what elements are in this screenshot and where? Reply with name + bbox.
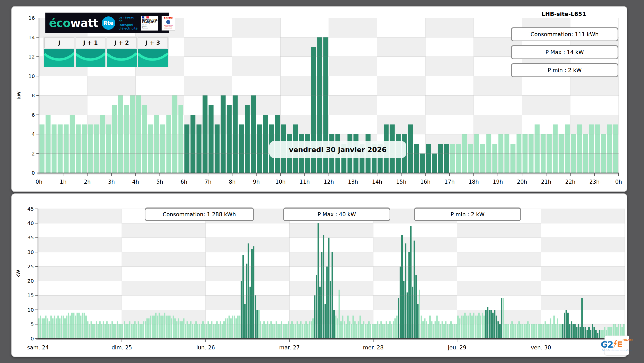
lightning-bolt-icon (613, 340, 617, 349)
svg-text:12h: 12h (324, 179, 334, 185)
ademe-sub-label: AGENCE DE LA TRANSITION ÉCOLOGIQUE (164, 25, 173, 29)
svg-text:2: 2 (32, 151, 35, 157)
ecowatt-dashboard: 02468101214160h1h2h3h4h5h6h7h8h9h10h11h1… (0, 0, 644, 363)
svg-text:1h: 1h (60, 179, 67, 185)
svg-text:10h: 10h (275, 179, 286, 185)
svg-text:2h: 2h (84, 179, 91, 185)
daily-consumption-stat: Consommation: 111 kWh (511, 27, 618, 41)
svg-text:22h: 22h (565, 179, 576, 185)
republique-francaise-label: RÉPUBLIQUE FRANÇAISE (142, 19, 157, 24)
svg-text:4: 4 (32, 131, 35, 137)
weekly-consumption-stat: Consommation: 1 288 kWh (145, 208, 254, 221)
svg-text:5: 5 (31, 321, 34, 327)
svg-text:15h: 15h (396, 179, 406, 185)
ecowatt-logo-watt: watt (70, 16, 98, 30)
tab-j3[interactable]: J + 3 (138, 37, 168, 66)
svg-text:kW: kW (15, 270, 21, 278)
ademe-globe-icon (166, 20, 170, 24)
g2e-logo-tagline: Optimisation des ressources énergétiques (602, 349, 632, 351)
svg-text:40: 40 (27, 220, 34, 226)
ademe-label: ADEME (164, 17, 173, 19)
svg-text:5h: 5h (156, 179, 163, 185)
republique-francaise-logo: RÉPUBLIQUE FRANÇAISE Liberté Égalité Fra… (141, 16, 158, 31)
ecowatt-banner: écowatt Rte Le réseau de transport d'éle… (45, 13, 169, 33)
daily-pmin-stat: P min : 2 kW (511, 63, 618, 77)
svg-text:10: 10 (27, 307, 34, 313)
g2e-france-logo[interactable]: G2 E FRANCE Optimisation des ressources … (605, 336, 629, 355)
svg-text:0h: 0h (615, 179, 622, 185)
svg-text:3h: 3h (108, 179, 115, 185)
ecowatt-green-signal-icon (76, 49, 106, 67)
svg-text:0: 0 (31, 336, 34, 342)
svg-text:9h: 9h (253, 179, 260, 185)
svg-text:sam. 24: sam. 24 (27, 345, 49, 351)
weekly-pmin-stat: P min : 2 kW (414, 208, 521, 221)
svg-text:10: 10 (28, 73, 35, 79)
republique-motto: Liberté Égalité Fraternité (142, 24, 157, 29)
current-date-label: vendredi 30 janvier 2026 (269, 141, 406, 158)
svg-text:30: 30 (27, 249, 34, 255)
svg-text:mar. 27: mar. 27 (279, 345, 300, 351)
rte-tagline: Le réseau de transport d'électricité (119, 16, 138, 31)
bottom-chart-panel: 051015202530354045sam. 24dim. 25lun. 26m… (11, 193, 627, 357)
tab-j2[interactable]: J + 2 (107, 37, 137, 66)
rte-logo-icon: Rte (102, 16, 115, 30)
svg-text:6h: 6h (181, 179, 187, 185)
svg-text:lun. 26: lun. 26 (196, 345, 215, 351)
svg-text:mer. 28: mer. 28 (363, 345, 383, 351)
weekly-pmax-stat: P Max : 40 kW (283, 208, 390, 221)
tab-j-label: J (44, 37, 74, 48)
svg-text:13h: 13h (348, 179, 358, 185)
svg-text:21h: 21h (541, 179, 551, 185)
svg-text:15: 15 (27, 292, 34, 298)
svg-text:23h: 23h (589, 179, 600, 185)
svg-text:17h: 17h (444, 179, 455, 185)
svg-text:18h: 18h (469, 179, 479, 185)
daily-pmax-stat: P Max : 14 kW (511, 45, 618, 59)
svg-text:ven. 30: ven. 30 (531, 345, 551, 351)
tab-j1[interactable]: J + 1 (76, 37, 106, 66)
g2e-logo-france: FRANCE (623, 339, 633, 341)
tab-j2-label: J + 2 (107, 37, 137, 48)
svg-text:12: 12 (28, 54, 35, 60)
french-flag-icon (142, 16, 149, 18)
site-title: LHB-site-L651 (511, 11, 617, 17)
svg-text:45: 45 (27, 206, 34, 212)
svg-text:dim. 25: dim. 25 (112, 345, 132, 351)
tab-j[interactable]: J (44, 37, 74, 66)
svg-text:0h: 0h (36, 179, 43, 185)
svg-text:35: 35 (27, 234, 34, 241)
ecowatt-green-signal-icon (44, 49, 74, 67)
svg-text:8h: 8h (229, 179, 236, 185)
svg-text:14: 14 (28, 34, 35, 41)
g2e-logo-g2: G2 (601, 340, 613, 349)
ecowatt-green-signal-icon (138, 49, 168, 67)
ecowatt-forecast-tabs: J J + 1 J + 2 J + 3 (43, 36, 169, 67)
svg-text:19h: 19h (493, 179, 503, 185)
svg-text:kW: kW (16, 91, 22, 100)
svg-text:4h: 4h (132, 179, 139, 185)
ademe-logo: ADEME AGENCE DE LA TRANSITION ÉCOLOGIQUE (162, 16, 175, 31)
svg-text:20: 20 (27, 278, 34, 284)
ecowatt-logo-eco: éco (49, 16, 70, 30)
svg-text:jeu. 29: jeu. 29 (448, 345, 466, 351)
svg-text:16h: 16h (420, 179, 431, 185)
svg-text:14h: 14h (372, 179, 382, 185)
top-chart-panel: 02468101214160h1h2h3h4h5h6h7h8h9h10h11h1… (11, 6, 627, 192)
tab-j3-label: J + 3 (138, 37, 168, 48)
g2e-logo-e: E (617, 340, 622, 349)
svg-text:11h: 11h (300, 179, 310, 185)
svg-text:7h: 7h (205, 179, 212, 185)
svg-text:8: 8 (32, 92, 35, 99)
svg-text:6: 6 (32, 112, 35, 118)
svg-text:16: 16 (28, 15, 35, 21)
svg-text:20h: 20h (517, 179, 527, 185)
ecowatt-logo: écowatt (49, 16, 98, 30)
ecowatt-green-signal-icon (107, 49, 137, 67)
svg-text:25: 25 (27, 263, 34, 270)
tab-j1-label: J + 1 (76, 37, 106, 48)
svg-text:0: 0 (32, 170, 35, 176)
